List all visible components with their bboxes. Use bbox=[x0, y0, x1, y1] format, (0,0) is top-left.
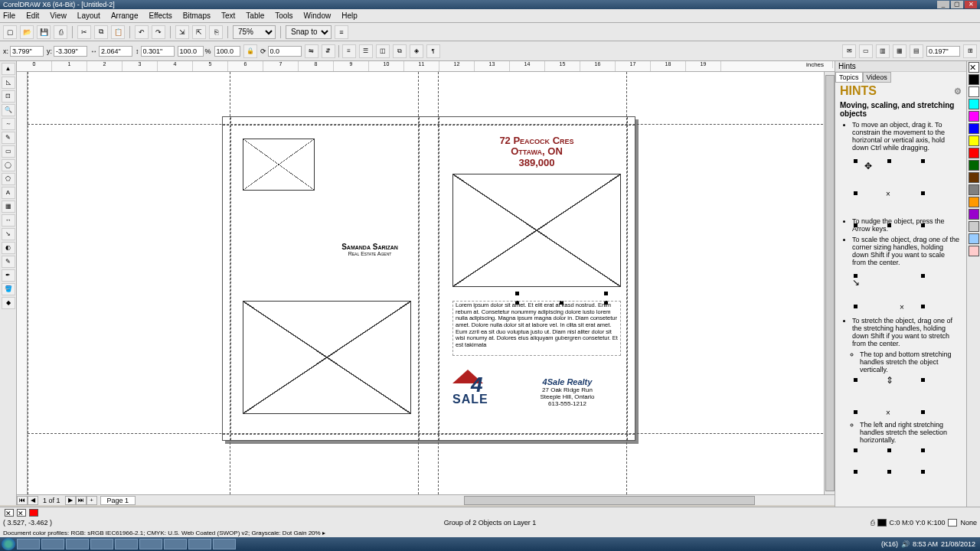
tab-topics[interactable]: Topics bbox=[835, 72, 863, 83]
page-last-icon[interactable]: ⏭ bbox=[76, 496, 87, 505]
menu-help[interactable]: Help bbox=[341, 11, 358, 20]
color-swatch[interactable] bbox=[969, 160, 979, 171]
maximize-button[interactable]: ▢ bbox=[951, 1, 963, 8]
print-icon[interactable]: ⎙ bbox=[54, 25, 67, 39]
wrap-icon[interactable]: ¶ bbox=[426, 44, 440, 58]
columns-icon[interactable]: ▥ bbox=[876, 44, 890, 58]
start-button[interactable] bbox=[2, 538, 15, 550]
fill-swatch-icon[interactable] bbox=[29, 509, 38, 517]
y-input[interactable] bbox=[54, 46, 87, 57]
group-icon[interactable]: ◫ bbox=[376, 44, 390, 58]
image-placeholder-small[interactable] bbox=[243, 139, 315, 191]
image-placeholder-right[interactable] bbox=[452, 174, 621, 287]
fill-tool-icon[interactable]: 🪣 bbox=[2, 283, 15, 295]
polygon-tool-icon[interactable]: ⬠ bbox=[2, 173, 15, 185]
copy-icon[interactable]: ⧉ bbox=[94, 25, 108, 39]
text-tool-icon[interactable]: A bbox=[2, 187, 15, 199]
horizontal-scrollbar[interactable] bbox=[418, 494, 835, 505]
envelope-icon[interactable]: ✉ bbox=[842, 44, 856, 58]
page-next-icon[interactable]: ▶ bbox=[65, 496, 76, 505]
scalex-input[interactable] bbox=[178, 46, 204, 57]
zoom-tool-icon[interactable]: 🔍 bbox=[2, 104, 15, 116]
print-icon[interactable]: ⎙ bbox=[871, 519, 874, 527]
menu-view[interactable]: View bbox=[50, 11, 67, 20]
outline-indicator[interactable] bbox=[948, 519, 957, 527]
effects-tool-icon[interactable]: ◐ bbox=[2, 242, 15, 254]
publish-icon[interactable]: ⎘ bbox=[209, 25, 223, 39]
paste-icon[interactable]: 📋 bbox=[111, 25, 125, 39]
canvas[interactable]: Samanda Sarizan Real Estate Agent 72 Pea… bbox=[28, 72, 835, 494]
align-icon[interactable]: ≡ bbox=[342, 44, 356, 58]
menu-layout[interactable]: Layout bbox=[77, 11, 100, 20]
image-placeholder-left[interactable] bbox=[243, 301, 411, 414]
zoom-select[interactable]: 75% bbox=[233, 25, 276, 39]
cut-icon[interactable]: ✂ bbox=[77, 25, 91, 39]
menu-table[interactable]: Table bbox=[246, 11, 264, 20]
connector-tool-icon[interactable]: ↘ bbox=[2, 228, 15, 240]
mirror-v-icon[interactable]: ⇵ bbox=[322, 44, 335, 58]
eyedropper-tool-icon[interactable]: ✎ bbox=[2, 256, 15, 268]
smart-tool-icon[interactable]: ✎ bbox=[2, 132, 15, 144]
save-icon[interactable]: 💾 bbox=[37, 25, 51, 39]
paragraph-text-frame[interactable]: Lorem ipsum dolor sit amet. Et elit erat… bbox=[452, 301, 621, 356]
export-icon[interactable]: ⇱ bbox=[192, 25, 206, 39]
system-tray[interactable]: (K16) 🔊 8:53 AM 21/08/2012 bbox=[881, 540, 978, 548]
color-swatch[interactable] bbox=[969, 221, 979, 232]
open-icon[interactable]: 📂 bbox=[20, 25, 34, 39]
color-swatch[interactable] bbox=[969, 209, 979, 220]
selected-text-object[interactable]: Samanda Sarizan Real Estate Agent bbox=[324, 243, 416, 256]
pick-tool-icon[interactable]: ▲ bbox=[2, 63, 15, 75]
wrap3-icon[interactable]: ▤ bbox=[910, 44, 923, 58]
page-tab[interactable]: Page 1 bbox=[100, 496, 136, 505]
crop-tool-icon[interactable]: ⊡ bbox=[2, 90, 15, 103]
ellipse-tool-icon[interactable]: ◯ bbox=[2, 159, 15, 171]
page-prev-icon[interactable]: ◀ bbox=[28, 496, 38, 505]
shape-tool-icon[interactable]: ◺ bbox=[2, 77, 15, 89]
width-input[interactable] bbox=[99, 46, 132, 57]
task-item[interactable] bbox=[164, 539, 187, 549]
minimize-button[interactable]: _ bbox=[937, 1, 949, 8]
menu-text[interactable]: Text bbox=[221, 11, 235, 20]
fill-indicator[interactable] bbox=[877, 519, 887, 527]
mirror-h-icon[interactable]: ⇋ bbox=[305, 44, 318, 58]
order-icon[interactable]: ☰ bbox=[359, 44, 373, 58]
menu-bitmaps[interactable]: Bitmaps bbox=[183, 11, 211, 20]
undo-icon[interactable]: ↶ bbox=[135, 25, 149, 39]
color-swatch[interactable] bbox=[969, 148, 979, 158]
company-logo[interactable]: 4 SALE bbox=[452, 370, 506, 408]
convert-icon[interactable]: ⊞ bbox=[963, 44, 977, 58]
redo-icon[interactable]: ↷ bbox=[152, 25, 165, 39]
baseline-icon[interactable]: ▭ bbox=[859, 44, 873, 58]
color-swatch[interactable] bbox=[969, 74, 979, 85]
gear-icon[interactable]: ⚙ bbox=[954, 86, 962, 96]
color-swatch[interactable] bbox=[969, 197, 979, 207]
menu-file[interactable]: File bbox=[3, 11, 15, 20]
outline-tool-icon[interactable]: ✒ bbox=[2, 269, 15, 282]
menu-arrange[interactable]: Arrange bbox=[111, 11, 139, 20]
task-item[interactable] bbox=[139, 539, 162, 549]
task-item[interactable] bbox=[41, 539, 64, 549]
color-swatch[interactable] bbox=[969, 86, 979, 97]
close-button[interactable]: ✕ bbox=[965, 1, 977, 8]
color-swatch[interactable] bbox=[969, 184, 979, 195]
dimension-tool-icon[interactable]: ↔ bbox=[2, 214, 15, 227]
menu-effects[interactable]: Effects bbox=[149, 11, 172, 20]
vertical-scrollbar[interactable] bbox=[824, 72, 835, 494]
task-item[interactable] bbox=[213, 539, 236, 549]
ungroup-icon[interactable]: ⧉ bbox=[393, 44, 407, 58]
import-icon[interactable]: ⇲ bbox=[175, 25, 189, 39]
menu-tools[interactable]: Tools bbox=[275, 11, 292, 20]
realty-contact[interactable]: 4Sale Realty 27 Oak Ridge Run Steeple Hi… bbox=[521, 377, 613, 407]
page-first-icon[interactable]: ⏮ bbox=[17, 496, 28, 505]
no-fill-swatch[interactable]: ✕ bbox=[969, 62, 979, 73]
outline-swatch-icon[interactable]: ✕ bbox=[17, 509, 26, 517]
new-icon[interactable]: ▢ bbox=[3, 25, 17, 39]
freehand-tool-icon[interactable]: ～ bbox=[2, 118, 15, 130]
task-item[interactable] bbox=[90, 539, 113, 549]
task-item[interactable] bbox=[66, 539, 89, 549]
task-item[interactable] bbox=[188, 539, 211, 549]
outline-width-input[interactable] bbox=[926, 46, 960, 57]
color-swatch[interactable] bbox=[969, 99, 979, 109]
snapto-select[interactable]: Snap to bbox=[286, 25, 332, 39]
page-add-icon[interactable]: + bbox=[87, 496, 97, 505]
